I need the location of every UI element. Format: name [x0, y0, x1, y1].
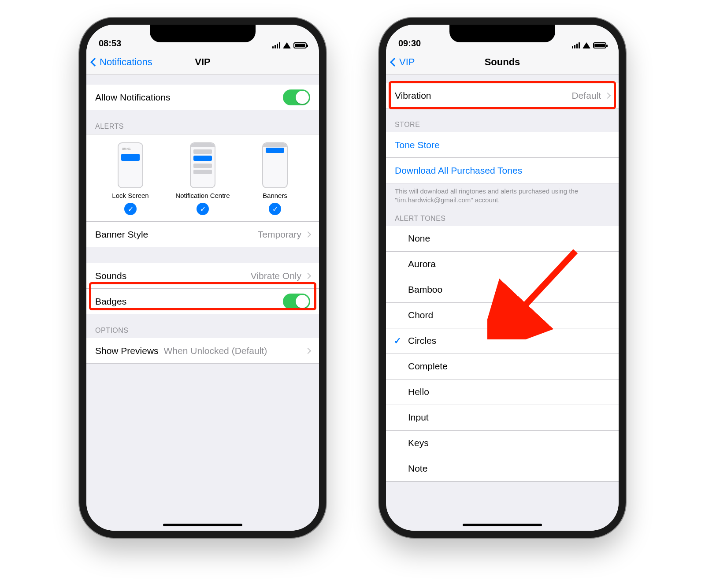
chevron-left-icon [90, 58, 99, 67]
checkmark-circle-icon: ✓ [124, 203, 137, 215]
section-footer-store: This will download all ringtones and ale… [386, 183, 619, 207]
chevron-right-icon [605, 92, 611, 98]
row-label: Vibration [395, 90, 571, 101]
row-label: Sounds [95, 271, 251, 281]
row-allow-notifications[interactable]: Allow Notifications [86, 85, 319, 110]
banners-preview-icon [262, 142, 288, 188]
tone-row[interactable]: Aurora [386, 252, 619, 277]
tone-row[interactable]: Hello [386, 380, 619, 405]
phone-right: 09:30 VIP Sounds Vibration Default STORE [379, 18, 626, 538]
nav-title: VIP [195, 56, 210, 68]
alert-option-label: Banners [263, 192, 287, 199]
row-label: Tone Store [395, 140, 440, 150]
chevron-right-icon [305, 347, 311, 354]
row-value: Temporary [258, 229, 301, 240]
row-download-all-tones[interactable]: Download All Purchased Tones [386, 158, 619, 183]
back-button[interactable]: VIP [389, 49, 415, 74]
lockscreen-preview-icon: 09:41 [118, 142, 143, 188]
tone-label: Circles [408, 335, 610, 346]
row-banner-style[interactable]: Banner Style Temporary [86, 222, 319, 247]
tone-label: Aurora [408, 259, 610, 269]
tone-label: Keys [408, 438, 610, 448]
toggle-on-icon[interactable] [283, 89, 310, 105]
tone-label: None [408, 233, 610, 244]
tone-row[interactable]: Keys [386, 431, 619, 456]
tone-row-selected[interactable]: ✓ Circles [386, 328, 619, 354]
alerts-style-card: 09:41 Lock Screen ✓ Notification Centre … [86, 134, 319, 222]
cellular-icon [272, 42, 280, 48]
tone-label: Bamboo [408, 284, 610, 295]
content-right: Vibration Default STORE Tone Store Downl… [386, 75, 619, 531]
row-value: Vibrate Only [251, 271, 301, 281]
row-show-previews[interactable]: Show Previews When Unlocked (Default) [86, 338, 319, 364]
status-time: 09:30 [398, 38, 421, 48]
section-header-store: STORE [386, 108, 619, 132]
row-value: Default [571, 90, 601, 101]
notch [150, 25, 256, 42]
screen-left: 08:53 Notifications VIP Allow Notificati… [86, 25, 319, 531]
section-header-alert-tones: ALERT TONES [386, 207, 619, 226]
nav-title: Sounds [485, 56, 520, 68]
tone-row[interactable]: Note [386, 456, 619, 482]
chevron-right-icon [305, 272, 311, 279]
tone-row[interactable]: Input [386, 405, 619, 431]
tone-label: Chord [408, 310, 610, 320]
alert-option-label: Notification Centre [175, 192, 230, 199]
tone-label: Note [408, 463, 610, 474]
row-label: Banner Style [95, 229, 258, 240]
chevron-right-icon [305, 231, 311, 237]
tone-label: Complete [408, 361, 610, 372]
wifi-icon [283, 42, 291, 48]
screen-right: 09:30 VIP Sounds Vibration Default STORE [386, 25, 619, 531]
back-button[interactable]: Notifications [89, 49, 152, 74]
home-indicator [463, 524, 542, 526]
battery-icon [293, 42, 307, 48]
tone-row[interactable]: Bamboo [386, 277, 619, 303]
home-indicator [163, 524, 242, 526]
notification-centre-preview-icon [190, 142, 215, 188]
row-badges[interactable]: Badges [86, 289, 319, 314]
row-label: Download All Purchased Tones [395, 165, 522, 176]
alert-option-label: Lock Screen [112, 192, 148, 199]
phone-left: 08:53 Notifications VIP Allow Notificati… [79, 18, 326, 538]
chevron-left-icon [390, 58, 399, 67]
status-time: 08:53 [99, 38, 121, 48]
alert-option-lockscreen[interactable]: 09:41 Lock Screen ✓ [94, 142, 167, 215]
tone-row[interactable]: None [386, 226, 619, 252]
alert-option-banners[interactable]: Banners ✓ [239, 142, 311, 215]
tone-label: Input [408, 412, 610, 423]
row-label: Allow Notifications [95, 92, 283, 103]
checkmark-circle-icon: ✓ [269, 203, 281, 215]
row-value: When Unlocked (Default) [164, 346, 301, 356]
row-label: Show Previews [95, 346, 159, 356]
alert-option-notification-centre[interactable]: Notification Centre ✓ [167, 142, 239, 215]
status-icons [572, 42, 606, 48]
row-tone-store[interactable]: Tone Store [386, 132, 619, 158]
row-vibration[interactable]: Vibration Default [386, 83, 619, 108]
nav-bar: VIP Sounds [386, 49, 619, 75]
tone-row[interactable]: Complete [386, 354, 619, 380]
row-sounds[interactable]: Sounds Vibrate Only [86, 263, 319, 289]
content-left: Allow Notifications ALERTS 09:41 Lock Sc… [86, 75, 319, 531]
cellular-icon [572, 42, 580, 48]
notch [449, 25, 555, 42]
back-label: Notifications [100, 56, 152, 68]
wifi-icon [583, 42, 590, 48]
nav-bar: Notifications VIP [86, 49, 319, 75]
section-header-alerts: ALERTS [86, 110, 319, 134]
battery-icon [593, 42, 606, 48]
checkmark-circle-icon: ✓ [197, 203, 209, 215]
tone-row[interactable]: Chord [386, 303, 619, 328]
section-header-options: OPTIONS [86, 314, 319, 338]
status-icons [272, 42, 307, 48]
tone-label: Hello [408, 387, 610, 397]
toggle-on-icon[interactable] [283, 294, 310, 309]
checkmark-icon: ✓ [394, 335, 401, 346]
back-label: VIP [399, 56, 415, 68]
row-label: Badges [95, 296, 283, 307]
